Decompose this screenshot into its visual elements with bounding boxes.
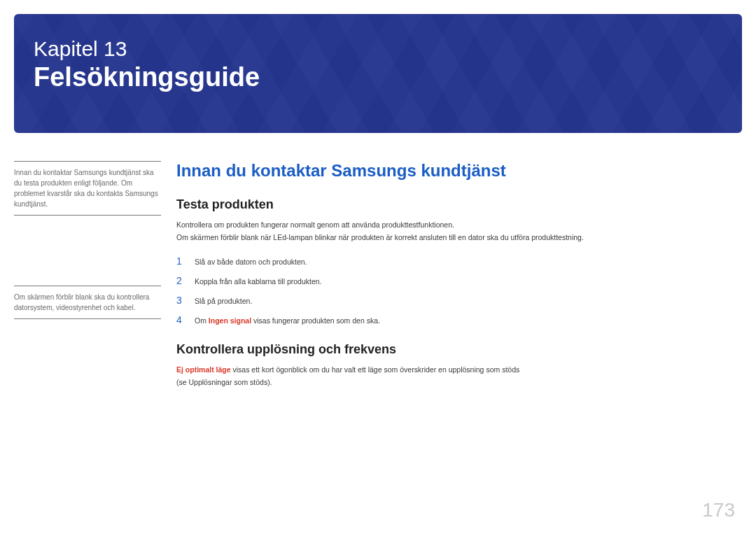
step-text: Slå av både datorn och produkten. — [195, 258, 307, 266]
text-prefix: Om — [195, 316, 209, 325]
page-content: Innan du kontaktar Samsungs kundtjänst s… — [0, 133, 756, 388]
chapter-title: Felsökningsguide — [34, 62, 722, 94]
step-item: 3 Slå på produkten. — [176, 290, 742, 310]
page-number: 173 — [702, 499, 735, 521]
paragraph: Ej optimalt läge visas ett kort ögonblic… — [176, 364, 742, 377]
side-note-2: Om skärmen förblir blank ska du kontroll… — [14, 286, 161, 319]
subsection-heading-1: Testa produkten — [176, 197, 742, 212]
subsection-heading-2: Kontrollera upplösning och frekvens — [176, 342, 742, 357]
step-number: 3 — [176, 295, 195, 306]
text-rest: visas ett kort ögonblick om du har valt … — [231, 365, 520, 374]
paragraph: (se Upplösningar som stöds). — [176, 377, 742, 389]
emphasis-red: Ingen signal — [209, 316, 251, 325]
paragraph: Om skärmen förblir blank när LEd-lampan … — [176, 232, 742, 244]
text-suffix: visas fungerar produkten som den ska. — [251, 316, 380, 325]
step-item: 2 Koppla från alla kablarna till produkt… — [176, 271, 742, 290]
paragraph: Kontrollera om produkten fungerar normal… — [176, 219, 742, 232]
step-item: 1 Slå av både datorn och produkten. — [176, 251, 742, 271]
emphasis-red: Ej optimalt läge — [176, 365, 231, 374]
chapter-banner: Kapitel 13 Felsökningsguide — [14, 14, 742, 133]
chapter-number: Kapitel 13 — [34, 36, 722, 62]
step-number: 4 — [176, 314, 195, 325]
step-text: Slå på produkten. — [195, 297, 252, 305]
sidebar: Innan du kontaktar Samsungs kundtjänst s… — [14, 161, 161, 388]
step-text: Om Ingen signal visas fungerar produkten… — [195, 316, 380, 325]
step-text: Koppla från alla kablarna till produkten… — [195, 277, 322, 286]
step-item: 4 Om Ingen signal visas fungerar produkt… — [176, 310, 742, 330]
main-column: Innan du kontaktar Samsungs kundtjänst T… — [161, 161, 742, 388]
step-number: 1 — [176, 255, 195, 267]
section-heading: Innan du kontaktar Samsungs kundtjänst — [176, 161, 742, 181]
side-note-1: Innan du kontaktar Samsungs kundtjänst s… — [14, 161, 161, 216]
steps-list: 1 Slå av både datorn och produkten. 2 Ko… — [176, 251, 742, 330]
step-number: 2 — [176, 275, 195, 286]
